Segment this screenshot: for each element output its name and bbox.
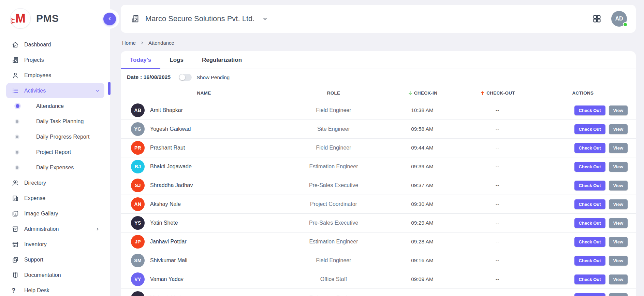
column-role: ROLE [279,90,388,96]
view-button[interactable]: View [609,181,628,191]
user-avatar[interactable]: AD [611,11,627,27]
table-row: SJ Shraddha Jadhav Pre-Sales Executive 0… [121,176,636,195]
building-icon [12,56,19,64]
column-check-in[interactable]: CHECK-IN [388,90,456,96]
sidebar-item-expense[interactable]: Expense [6,191,104,206]
sidebar-item-attendance[interactable]: Attendance [6,98,104,114]
view-button[interactable]: View [609,218,628,228]
online-status-dot [623,22,628,27]
company-selector[interactable]: Marco Secure Solutions Pvt. Ltd. [130,14,268,24]
sidebar: M PMS Dashboard Projects Employees [0,0,110,296]
sidebar-item-daily-progress-report[interactable]: Daily Progress Report [6,129,104,144]
sidebar-item-support[interactable]: Support [6,252,104,267]
employee-name: Shivkumar Mali [150,257,187,264]
view-button[interactable]: View [609,199,628,209]
employee-role: Field Engineer [279,145,388,151]
employee-name: Shraddha Jadhav [150,182,193,188]
sidebar-item-daily-task-planning[interactable]: Daily Task Planning [6,114,104,129]
chevron-down-icon [262,16,268,22]
sidebar-item-image-gallary[interactable]: Image Gallary [6,206,104,221]
table-row: YG Yogesh Gaikwad Site Engineer 09:58 AM… [121,120,636,139]
check-in-time: 09:37 AM [388,182,456,188]
check-in-time: 09:29 AM [388,220,456,226]
check-out-button[interactable]: Check Out [574,218,605,228]
sidebar-item-activities[interactable]: Activities [6,83,104,98]
check-out-button[interactable]: Check Out [574,237,605,247]
check-out-button[interactable]: Check Out [574,256,605,266]
view-button[interactable]: View [609,293,628,296]
check-out-time: -- [456,126,538,132]
sidebar-item-employees[interactable]: Employees [6,68,104,83]
view-button[interactable]: View [609,237,628,247]
view-button[interactable]: View [609,256,628,266]
bullet-dot [16,120,18,123]
list-icon [12,87,19,95]
store-icon [12,241,19,248]
view-button[interactable]: View [609,124,628,134]
tab-logs[interactable]: Logs [160,51,193,69]
bullet-dot [16,166,18,169]
sidebar-item-dashboard[interactable]: Dashboard [6,37,104,52]
column-actions: ACTIONS [538,90,628,96]
avatar: VY [131,272,145,286]
sidebar-item-project-report[interactable]: Project Report [6,144,104,160]
view-button[interactable]: View [609,274,628,284]
sidebar-item-projects[interactable]: Projects [6,52,104,68]
table-row: MN Mahesh Nath Estimation Engineer Check… [121,289,636,296]
sort-down-icon [407,90,413,96]
table-row: VY Vaman Yadav Office Staff 09:09 AM -- … [121,270,636,289]
avatar: MN [131,291,145,296]
employee-name: Prashant Raut [150,145,185,151]
employee-role: Field Engineer [279,257,388,264]
check-out-button[interactable]: Check Out [574,162,605,172]
sidebar-item-directory[interactable]: Directory [6,175,104,191]
check-out-time: -- [456,239,538,245]
check-out-button[interactable]: Check Out [574,143,605,153]
main-content: Marco Secure Solutions Pvt. Ltd. AD Home… [110,0,644,296]
column-check-out[interactable]: CHECK-OUT [456,90,538,96]
employee-name: Vaman Yadav [150,276,184,282]
tab-today-s[interactable]: Today's [121,51,160,69]
check-out-button[interactable]: Check Out [574,105,605,115]
avatar: SM [131,254,145,267]
check-out-button[interactable]: Check Out [574,124,605,134]
check-out-button[interactable]: Check Out [574,181,605,191]
top-bar: Marco Secure Solutions Pvt. Ltd. AD [121,5,636,33]
show-pending-toggle[interactable] [179,74,192,81]
avatar: SJ [131,179,145,192]
view-button[interactable]: View [609,105,628,115]
sidebar-collapse-button[interactable] [103,13,116,25]
check-out-time: -- [456,145,538,151]
sort-up-icon [480,90,485,96]
table-row: PR Prashant Raut Field Engineer 09:44 AM… [121,139,636,157]
avatar: PR [131,141,145,155]
employee-role: Site Engineer [279,126,388,132]
check-out-time: -- [456,107,538,113]
apps-grid-button[interactable] [592,14,602,24]
bullet-dot [16,136,18,138]
sidebar-item-inventory[interactable]: Inventory [6,237,104,252]
sidebar-item-administration[interactable]: Administration [6,221,104,237]
table-row: JP Janhavi Potdar Estimation Engineer 09… [121,232,636,251]
check-out-button[interactable]: Check Out [574,293,605,296]
view-button[interactable]: View [609,143,628,153]
avatar: AN [131,197,145,211]
sidebar-item-documentation[interactable]: Documentation [6,267,104,283]
breadcrumb-home[interactable]: Home [122,40,136,46]
tab-bar: Today's Logs Regularization [121,51,636,69]
breadcrumb: Home Attendance [122,40,635,46]
check-in-time: 09:28 AM [388,239,456,245]
check-out-button[interactable]: Check Out [574,199,605,209]
check-out-button[interactable]: Check Out [574,274,605,284]
sidebar-item-daily-expenses[interactable]: Daily Expenses [6,160,104,175]
brand-header: M PMS [0,0,110,35]
check-in-time: 09:09 AM [388,276,456,282]
check-out-time: -- [456,220,538,226]
table-body: AB Amit Bhapkar Field Engineer 10:38 AM … [121,101,636,296]
tab-regularization[interactable]: Regularization [193,51,251,69]
check-in-time: 09:39 AM [388,164,456,170]
people-icon [12,179,19,187]
view-button[interactable]: View [609,162,628,172]
sidebar-nav: Dashboard Projects Employees Activities [0,35,110,296]
sidebar-item-help-desk[interactable]: ? Help Desk [6,283,104,296]
